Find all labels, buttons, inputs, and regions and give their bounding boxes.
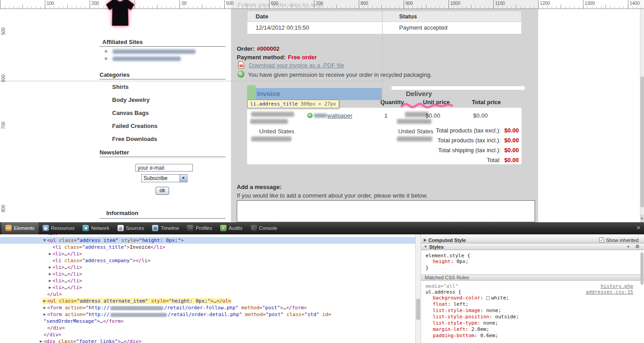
dom-line-code: <li>…</li> [52,285,82,290]
show-inherited-checkbox[interactable]: ✓ [599,237,604,242]
css-property[interactable]: background-color: white; [426,295,640,301]
devtools-tab-label: Profiles [196,225,212,231]
devtools-tab-label: Resources [51,225,75,231]
expand-plus-icon[interactable]: + [307,113,313,118]
network-icon: ⊕ [83,225,89,231]
page-scrollbar-thumb[interactable] [640,76,644,207]
dom-tree-line[interactable]: ▶<li>…</li> [0,277,415,284]
devtools-tab-elements[interactable]: </>Elements [1,222,39,234]
devtools-tab-audits[interactable]: ✓Audits [216,222,247,234]
collapsed-arrow-icon[interactable]: ▶ [42,298,47,304]
order-total-row: Total products (tax excl.):$0.00 [436,126,519,134]
collapsed-arrow-icon[interactable]: ▶ [48,271,52,277]
guillemet-bullet-icon: » [104,48,108,54]
collapsed-arrow-icon[interactable]: ▶ [48,251,52,257]
styles-scrollbar-thumb[interactable] [640,252,644,285]
devtools-tab-sources[interactable]: {}Sources [113,222,148,234]
collapsed-arrow-icon[interactable]: ▶ [48,264,52,271]
sidebar-category-link[interactable]: Failed Creations [112,123,157,129]
sidebar-category-link[interactable]: Shirts [112,84,157,90]
invoice-country: United States [259,128,294,135]
dom-tree-line[interactable]: ▶<li>…</li> [0,251,415,257]
order-total-row: Total:$0.00 [487,156,519,164]
dom-scrollbar-thumb[interactable] [416,299,420,320]
ruler-mark-label: 600 [1,72,6,85]
dropdown-arrow-icon[interactable]: ▼ [179,175,187,182]
dom-tree-line[interactable]: <li class="address_company"></li> [0,257,415,264]
expanded-arrow-icon[interactable]: ▼ [42,237,47,244]
css-property[interactable]: list-style-position: outside; [426,314,640,320]
collapsed-arrow-icon[interactable]: ▶ [39,338,44,343]
total-value: $0.00 [504,137,519,144]
payment-method-value: Free order [288,54,317,61]
newsletter-email-input[interactable] [135,164,193,172]
redacted-url-blur [110,313,167,317]
dom-tree-line[interactable]: ▶<form action="http:///retail/order-foll… [0,304,415,311]
sidebar-category-link[interactable]: Canvas Bags [112,110,157,116]
recycled-packaging-icon: ↻ [237,70,244,78]
collapsed-arrow-icon[interactable]: ▶ [48,284,52,291]
devtools-tab-label: Network [91,225,109,231]
download-invoice-link[interactable]: Download your invoice as a .PDF file [249,62,344,69]
categories-title: Categories [100,71,130,78]
product-image[interactable] [102,0,139,28]
devtools-toolbar: </>Elements▤Resources⊕Network{}Sources◷T… [0,222,644,234]
css-property[interactable]: float: left; [426,301,640,308]
matched-rules-header: Matched CSS Rules [421,274,644,281]
dom-tree-line[interactable]: </div> [0,331,415,338]
dom-tree-line[interactable]: ▼<ul class="address item" style="height:… [0,237,415,244]
css-property[interactable]: padding-bottom: 0.6em; [426,333,640,339]
affiliated-sites-title: Affiliated Sites [102,39,143,45]
collapsed-arrow-icon[interactable]: ▶ [48,277,52,284]
delivery-country: United States [398,128,433,135]
css-property[interactable]: height: 0px; [426,259,640,265]
css-property[interactable]: list-style-type: none; [426,320,640,326]
newsletter-ok-button[interactable]: ok [156,187,169,195]
dom-tree-line[interactable]: </div> [0,325,415,331]
style-settings-gear-icon[interactable]: ⚙ [635,244,640,250]
dom-tree-line[interactable]: ▶<li>…</li> [0,284,415,291]
dom-tree-line[interactable]: ▶<li>…</li> [0,264,415,271]
wallpaper-link[interactable]: wallpaper [327,112,352,119]
order-history-table: Date Status 12/14/2012 00:15:50 Payment … [247,11,522,34]
collapsed-arrow-icon[interactable]: ▶ [42,304,47,311]
affiliated-site-link[interactable]: » [104,55,181,62]
computed-style-header[interactable]: ▶ Computed Style ✓ Show inherited [421,237,644,243]
devtools-close-icon[interactable]: × [636,224,640,231]
devtools-tab-console[interactable]: ›_Console [247,222,281,234]
dom-tree-line[interactable]: <li class="address_title">Invoice</li> [0,244,415,251]
devtools-tab-network[interactable]: ⊕Network [78,222,113,234]
newsletter-action-select[interactable]: Subscribe ▼ [141,174,187,182]
css-property[interactable]: margin-left: 2.0em; [426,326,640,333]
dom-tree-line[interactable]: ▶<div class="footer_links">…</div> [0,338,415,343]
dom-tree-line[interactable]: ▶<ul class="address alternate_item" styl… [0,298,415,304]
pink-scribble-annotation [400,102,457,110]
devtools-tab-resources[interactable]: ▤Resources [39,222,79,234]
new-style-rule-icon[interactable]: + [627,244,630,250]
sidebar-category-link[interactable]: Free Downloads [112,136,157,142]
sidebar-category-link[interactable]: Body Jewelry [112,97,157,103]
delivery-block-top [392,86,525,90]
dom-tree-line[interactable]: </ul> [0,291,415,298]
ruler-mark-label: 700 [316,1,323,6]
css-property[interactable]: list-style-image: none; [426,308,640,314]
devtools-tab-profiles[interactable]: ◔Profiles [183,222,216,234]
devtools-tab-timeline[interactable]: ◷Timeline [148,222,183,234]
affiliated-site-link[interactable]: » [104,48,196,54]
dom-tree-line[interactable]: ▶<li>…</li> [0,271,415,277]
pdf-icon: PDF [238,61,244,69]
stylesheet-link[interactable]: history.php [600,283,633,289]
dom-tree-line[interactable]: "sendOrderMessage">…</form> [0,318,415,325]
styles-header[interactable]: ▼ Styles + ⚙ [421,243,644,250]
dom-scrollbar-track[interactable] [415,234,421,343]
payment-method-label: Payment method: [237,54,286,61]
order-message-textarea[interactable] [237,200,535,222]
redacted-url-blur [110,306,163,310]
collapsed-arrow-icon[interactable]: ▶ [42,311,47,318]
stylesheet-line-link[interactable]: addresses.css:15 [586,289,633,295]
dom-line-code: <form action="http:///retail/order-detai… [47,312,331,317]
dom-tree-line[interactable]: ▶<form action="http:///retail/order-deta… [0,311,415,318]
scrollbar-down-button[interactable]: ▼ [640,215,644,222]
dom-line-code: <li class="address_company"></li> [52,258,151,264]
redacted-invoice-phone [251,136,292,141]
